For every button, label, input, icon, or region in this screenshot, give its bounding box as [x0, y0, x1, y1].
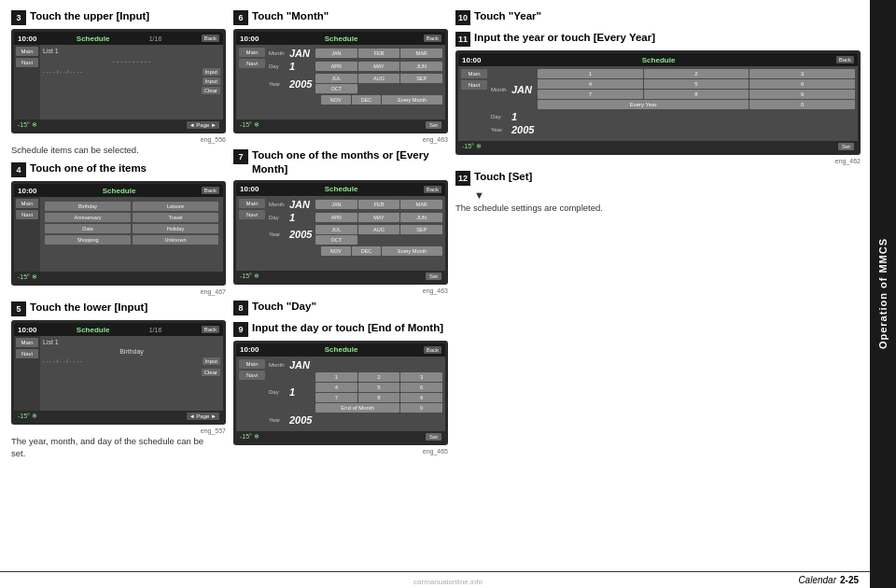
every-year-btn[interactable]: Every Year — [538, 100, 749, 109]
screen-4-back[interactable]: Back — [202, 187, 219, 194]
s7-every-month-btn[interactable]: Every Month — [382, 246, 442, 256]
y-num-3[interactable]: 3 — [749, 69, 855, 78]
screen-5-page-btn[interactable]: ◄ Page ► — [187, 413, 219, 420]
num-4[interactable]: 4 — [315, 383, 357, 392]
screen-11-back[interactable]: Back — [836, 56, 854, 63]
screen-9-inner: 10:00 Schedule Back Main Navi Mont — [236, 343, 445, 442]
end-of-month-btn[interactable]: End of Month — [315, 403, 399, 413]
month-feb[interactable]: FEB — [358, 49, 400, 58]
screen-9-month-value: JAN — [289, 359, 315, 371]
month-apr[interactable]: APR — [315, 62, 357, 71]
item-date[interactable]: Date — [45, 224, 131, 233]
screen-4-main-btn[interactable]: Main — [16, 199, 38, 208]
item-unknown[interactable]: Unknown — [133, 235, 218, 245]
screen-6-year-value[interactable]: 2005 — [289, 78, 315, 90]
num-5[interactable]: 5 — [358, 383, 400, 392]
s7-month-dec[interactable]: DEC — [352, 246, 382, 256]
month-jan[interactable]: JAN — [315, 49, 357, 58]
item-holiday[interactable]: Holiday — [133, 224, 218, 233]
item-anniversary[interactable]: Anniversary — [45, 213, 131, 222]
screen-7-main-btn[interactable]: Main — [239, 199, 265, 208]
month-jul[interactable]: JUL — [315, 74, 357, 83]
num-9[interactable]: 9 — [400, 393, 442, 402]
screen-7-year-value[interactable]: 2005 — [289, 229, 315, 240]
screen-3-page-btn[interactable]: ◄ Page ► — [187, 121, 219, 129]
screen-11-set-btn[interactable]: Set — [838, 143, 854, 150]
screen-11-bottom: -15° ❄ Set — [458, 141, 858, 152]
screen-3-clear-btn[interactable]: Clear — [202, 87, 220, 94]
item-shopping[interactable]: Shopping — [45, 235, 131, 245]
num-7[interactable]: 7 — [315, 393, 357, 402]
item-leisure[interactable]: Leisure — [133, 202, 218, 211]
num-8[interactable]: 8 — [358, 393, 400, 402]
screen-6-day-row: Day 1 APR MAY JUN — [269, 61, 442, 72]
screen-7-day-value[interactable]: 1 — [289, 212, 315, 223]
screen-6-back[interactable]: Back — [424, 35, 441, 42]
s7-month-apr[interactable]: APR — [315, 213, 357, 222]
s7-month-sep[interactable]: SEP — [400, 225, 442, 234]
screen-5-clear-btn[interactable]: Clear — [202, 369, 220, 376]
s7-month-aug[interactable]: AUG — [358, 225, 400, 234]
month-aug[interactable]: AUG — [358, 74, 400, 83]
s7-month-nov[interactable]: NOV — [321, 246, 351, 256]
screen-9-main-btn[interactable]: Main — [239, 359, 265, 369]
s7-month-mar[interactable]: MAR — [400, 200, 442, 209]
month-nov[interactable]: NOV — [321, 95, 351, 105]
screen-3-input-btn1[interactable]: Input — [203, 68, 220, 76]
screen-9-navi-btn[interactable]: Navi — [239, 371, 265, 380]
num-2[interactable]: 2 — [358, 372, 400, 382]
screen-3-input-btn2[interactable]: Input — [203, 77, 220, 85]
screen-4-navi-btn[interactable]: Navi — [16, 210, 38, 219]
y-num-5[interactable]: 5 — [644, 79, 749, 89]
screen-7-month-value[interactable]: JAN — [289, 199, 315, 210]
s7-month-may[interactable]: MAY — [358, 213, 400, 222]
y-num-8[interactable]: 8 — [644, 90, 749, 99]
y-num-6[interactable]: 6 — [749, 79, 855, 89]
screen-5-navi-btn[interactable]: Navi — [16, 349, 38, 358]
screen-9-set-btn[interactable]: Set — [426, 433, 441, 441]
num-3[interactable]: 3 — [400, 372, 442, 382]
s7-month-jan[interactable]: JAN — [315, 200, 357, 209]
month-oct[interactable]: OCT — [315, 84, 357, 93]
every-month-btn[interactable]: Every Month — [382, 95, 442, 105]
y-num-2[interactable]: 2 — [644, 69, 749, 78]
screen-6-month-value[interactable]: JAN — [289, 48, 315, 59]
step-10-title: Touch "Year" — [474, 9, 541, 23]
screen-6-set-btn[interactable]: Set — [426, 121, 441, 129]
y-num-0[interactable]: 0 — [749, 100, 855, 109]
item-travel[interactable]: Travel — [133, 213, 218, 222]
screen-9-back[interactable]: Back — [424, 346, 441, 354]
month-mar[interactable]: MAR — [400, 49, 442, 58]
s7-month-jul[interactable]: JUL — [315, 225, 357, 234]
y-num-1[interactable]: 1 — [538, 69, 643, 78]
y-num-4[interactable]: 4 — [538, 79, 643, 89]
s7-month-oct[interactable]: OCT — [315, 235, 357, 245]
screen-3-main-btn[interactable]: Main — [16, 47, 38, 56]
screen-3-topbar: 10:00 Schedule 1/16 Back — [14, 32, 223, 45]
s7-month-feb[interactable]: FEB — [358, 200, 400, 209]
y-num-9[interactable]: 9 — [749, 90, 855, 99]
screen-3-navi-btn[interactable]: Navi — [16, 58, 38, 67]
month-jun[interactable]: JUN — [400, 62, 442, 71]
num-1[interactable]: 1 — [315, 372, 357, 382]
screen-6-main-btn[interactable]: Main — [239, 48, 265, 57]
month-sep[interactable]: SEP — [400, 74, 442, 83]
screen-6-day-value[interactable]: 1 — [289, 61, 315, 72]
item-birthday[interactable]: Birthday — [45, 202, 131, 211]
screen-7-back[interactable]: Back — [424, 186, 441, 193]
num-0[interactable]: 0 — [400, 403, 442, 413]
screen-7-set-btn[interactable]: Set — [426, 273, 441, 280]
screen-11-navi-btn[interactable]: Navi — [461, 80, 487, 90]
month-may[interactable]: MAY — [358, 62, 400, 71]
screen-11-main-btn[interactable]: Main — [461, 69, 487, 78]
s7-month-jun[interactable]: JUN — [400, 213, 442, 222]
num-6[interactable]: 6 — [400, 383, 442, 392]
screen-5-input-btn[interactable]: Input — [203, 357, 220, 365]
month-dec[interactable]: DEC — [352, 95, 382, 105]
screen-5-back[interactable]: Back — [202, 326, 219, 333]
screen-7-navi-btn[interactable]: Navi — [239, 210, 265, 219]
screen-3-back[interactable]: Back — [202, 35, 219, 42]
screen-6-navi-btn[interactable]: Navi — [239, 59, 265, 68]
screen-5-main-btn[interactable]: Main — [16, 338, 38, 347]
y-num-7[interactable]: 7 — [538, 90, 643, 99]
